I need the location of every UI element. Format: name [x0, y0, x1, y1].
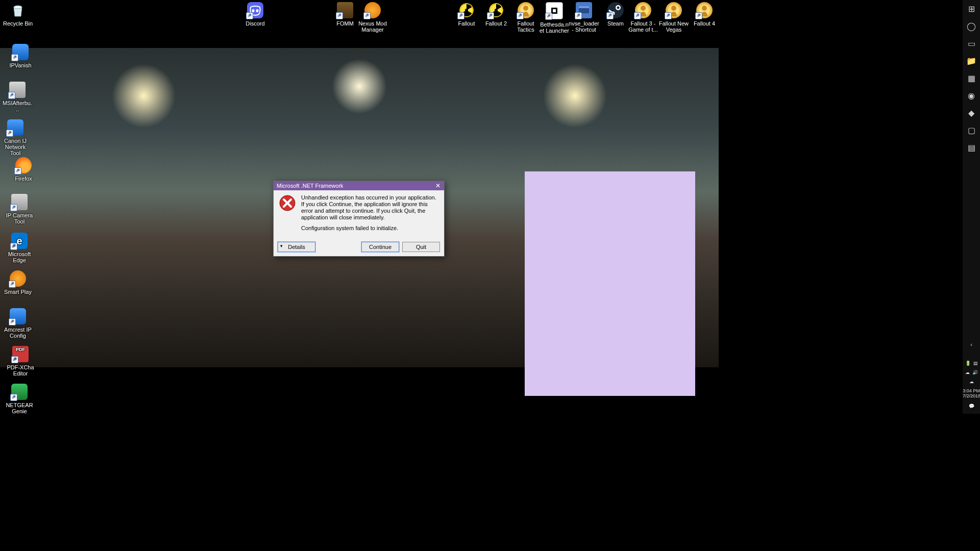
desktop-icon-msi-afterburner[interactable]: ↗MSIAfterbu... [2, 82, 33, 112]
sticky-note[interactable] [525, 171, 695, 396]
icon-label: Amcrest IP Config [3, 327, 33, 339]
desktop-icon-firefox[interactable]: ↗Firefox [8, 157, 39, 182]
desktop-icon-nvse-loader[interactable]: ↗nvse_loader - Shortcut [569, 2, 599, 33]
desktop-icon-ipvanish[interactable]: ↗IPVanish [5, 44, 36, 68]
quit-button[interactable]: Quit [402, 242, 440, 252]
icon-label: Nexus Mod Manager [357, 20, 388, 33]
icon-label: Steam [600, 20, 631, 27]
desktop-icon-bethesda-launcher[interactable]: ↗Bethesda.net Launcher [539, 2, 570, 34]
dialog-titlebar[interactable]: Microsoft .NET Framework ✕ [274, 181, 444, 190]
desktop-icon-fomm[interactable]: ↗FOMM [330, 2, 360, 27]
desktop-icon-fallout[interactable]: ↗Fallout [451, 2, 482, 27]
icon-label: Firefox [8, 176, 39, 182]
svg-point-0 [14, 6, 22, 9]
svg-point-13 [641, 6, 646, 11]
desktop-icon-recycle-bin[interactable]: Recycle Bin [3, 2, 33, 27]
icon-label: Bethesda.net Launcher [539, 21, 570, 34]
icon-label: Canon IJ Network Tool [0, 138, 31, 156]
desktop-icon-fallout-nv[interactable]: ↗Fallout New Vegas [658, 2, 689, 33]
svg-rect-9 [579, 6, 589, 8]
desktop-icon-fallout-4[interactable]: ↗Fallout 4 [689, 2, 720, 27]
svg-point-5 [523, 6, 528, 11]
desktop-icon-steam[interactable]: ↗Steam [600, 2, 631, 27]
icon-label: Discord [240, 20, 271, 27]
dialog-message: Unhandled exception has occurred in your… [301, 194, 439, 221]
icon-label: Fallout 3 - Game of t... [628, 20, 658, 33]
desktop-icon-netgear-genie[interactable]: ↗NETGEAR Genie [4, 384, 35, 414]
icon-label: Fallout Tactics [510, 20, 541, 33]
icon-label: PDF-XCha Editor [5, 364, 36, 377]
icon-label: Fallout New Vegas [658, 20, 689, 33]
icon-label: IP Camera Tool [4, 212, 35, 224]
net-framework-error-dialog[interactable]: Microsoft .NET Framework ✕ Unhandled exc… [273, 181, 445, 257]
icon-label: nvse_loader - Shortcut [569, 20, 599, 33]
icon-label: FOMM [330, 20, 360, 27]
desktop-icon-nexus-mod-manager[interactable]: ↗Nexus Mod Manager [357, 2, 388, 33]
dialog-title: Microsoft .NET Framework [277, 183, 344, 189]
svg-point-4 [495, 9, 498, 12]
svg-point-15 [702, 6, 707, 11]
icon-label: NETGEAR Genie [4, 402, 35, 414]
icon-label: Smart Play [3, 289, 33, 295]
icon-label: Fallout 4 [689, 20, 720, 27]
svg-point-3 [465, 9, 468, 12]
desktop-icon-fallout-3[interactable]: ↗Fallout 3 - Game of t... [628, 2, 658, 33]
dialog-detail: Configuration system failed to initializ… [301, 225, 439, 232]
desktop-icon-ip-camera-tool[interactable]: ↗IP Camera Tool [4, 194, 35, 224]
details-button[interactable]: Details [278, 242, 315, 252]
svg-point-14 [671, 6, 676, 11]
icon-label: Fallout [451, 20, 482, 27]
desktop-icon-amcrest-ip-config[interactable]: ↗Amcrest IP Config [3, 308, 33, 339]
icon-label: MSIAfterbu... [2, 100, 33, 112]
desktop-icon-canon-ij[interactable]: ↗Canon IJ Network Tool [0, 119, 31, 156]
continue-button[interactable]: Continue [361, 242, 399, 252]
icon-label: Recycle Bin [3, 20, 33, 27]
svg-rect-7 [553, 9, 556, 12]
desktop-icon-microsoft-edge[interactable]: e↗Microsoft Edge [4, 233, 35, 263]
svg-point-11 [617, 7, 620, 9]
desktop-icon-smart-play[interactable]: ↗Smart Play [3, 270, 33, 295]
desktop[interactable]: Recycle Bin↗IPVanish↗MSIAfterbu...↗Canon… [0, 0, 719, 414]
icon-label: Fallout 2 [481, 20, 511, 27]
svg-point-2 [256, 9, 259, 12]
close-button[interactable]: ✕ [432, 181, 444, 190]
icon-label: IPVanish [5, 62, 36, 68]
desktop-icon-fallout-2[interactable]: ↗Fallout 2 [481, 2, 511, 27]
desktop-icon-fallout-tactics[interactable]: ↗Fallout Tactics [510, 2, 541, 33]
desktop-icon-discord[interactable]: ↗Discord [240, 2, 271, 27]
icon-label: Microsoft Edge [4, 251, 35, 263]
desktop-icon-pdf-xchange[interactable]: PDF↗PDF-XCha Editor [5, 346, 36, 377]
error-icon [279, 194, 296, 212]
